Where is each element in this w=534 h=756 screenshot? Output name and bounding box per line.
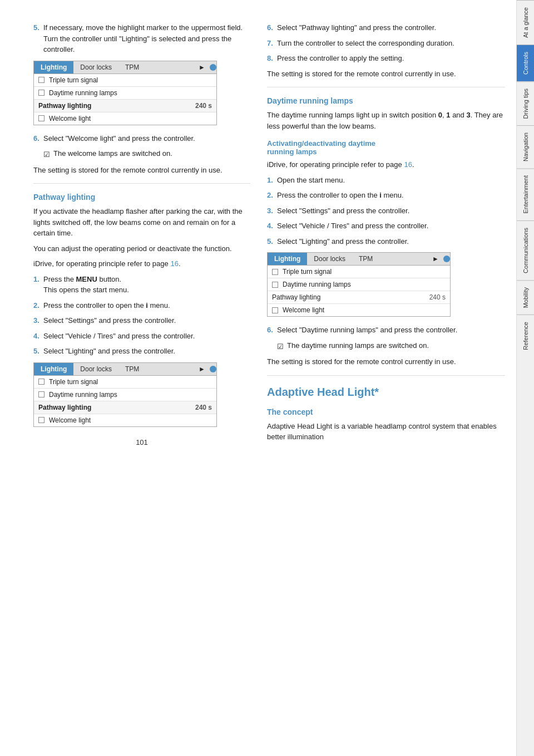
step-num-8: 8.	[267, 53, 277, 64]
pathway-num-1: 1.	[33, 274, 43, 296]
step-text-8: Press the controller to apply the settin…	[277, 53, 505, 64]
pathway-num-4: 4.	[33, 331, 43, 342]
widget2-tab-tpm: TPM	[118, 363, 146, 375]
widget3-row-pathway: Pathway lighting 240 s	[268, 291, 450, 304]
widget2-checkbox-triple	[38, 379, 44, 385]
widget1-header: Lighting Door locks TPM ►	[34, 61, 216, 74]
daytime-text-2: Press the controller to open the i menu.	[277, 190, 505, 201]
daytime-step-2: 2. Press the controller to open the i me…	[267, 190, 505, 201]
concept-heading: The concept	[267, 408, 505, 416]
widget3-header: Lighting Door locks TPM ►	[268, 253, 450, 266]
widget3-tab-lighting: Lighting	[268, 253, 307, 265]
pathway-idrive-link[interactable]: 16	[170, 259, 178, 268]
right-column: 6. Select "Pathway lighting" and press t…	[267, 22, 505, 734]
widget3-label-welcome: Welcome light	[283, 306, 324, 314]
widget1-checkbox-welcome	[38, 115, 44, 121]
sidebar-tab-navigation[interactable]: Navigation	[517, 125, 534, 168]
daytime-text-3: Select "Settings" and press the controll…	[277, 205, 505, 217]
widget3-tab-tpm: TPM	[352, 253, 379, 265]
widget2-label-daytime: Daytime running lamps	[49, 391, 117, 399]
widget3-row-triple: Triple turn signal	[268, 266, 450, 278]
daytime-step-5: 5. Select "Lighting" and press the contr…	[267, 236, 505, 247]
pathway-num-3: 3.	[33, 315, 43, 326]
pathway-text-5: Select "Lighting" and press the controll…	[43, 346, 250, 357]
widget2-row-triple: Triple turn signal	[34, 376, 216, 389]
widget1-tab-doorlocks: Door locks	[73, 61, 118, 73]
widget1-circle	[210, 64, 216, 71]
step-8: 8. Press the controller to apply the set…	[267, 53, 505, 64]
checkmark-icon-left: ☑	[43, 149, 50, 160]
daytime-text-4: Select "Vehicle / Tires" and press the c…	[277, 220, 505, 232]
daytime-num-3: 3.	[267, 205, 277, 217]
pathway-text-1: Press the MENU button.This opens the sta…	[43, 274, 250, 296]
widget1-checkbox-daytime	[38, 90, 44, 96]
widget1-value-pathway: 240 s	[195, 102, 212, 110]
result-text-left: The welcome lamps are switched on.	[53, 148, 172, 159]
widget1-tab-tpm: TPM	[118, 61, 146, 73]
step-num-6l: 6.	[33, 133, 43, 144]
widget2-icons: ►	[199, 365, 216, 373]
widget1-icons: ►	[199, 63, 216, 71]
ui-widget-3: Lighting Door locks TPM ► Triple turn si…	[267, 252, 451, 317]
widget1-label-pathway: Pathway lighting	[38, 102, 91, 110]
widget1-label-daytime: Daytime running lamps	[49, 89, 117, 97]
widget2-checkbox-welcome	[38, 417, 44, 423]
widget2-value-pathway: 240 s	[195, 404, 212, 411]
step-text-7: Turn the controller to select the corres…	[277, 38, 505, 49]
adaptive-para: Adaptive Head Light is a variable headla…	[267, 421, 505, 443]
sidebar-tab-mobility[interactable]: Mobility	[517, 280, 534, 315]
step-text-5: If necessary, move the highlight marker …	[43, 22, 250, 55]
widget3-label-triple: Triple turn signal	[283, 268, 332, 276]
widget2-label-pathway: Pathway lighting	[38, 404, 91, 411]
daytime-num-2: 2.	[267, 190, 277, 201]
daytime-step-4: 4. Select "Vehicle / Tires" and press th…	[267, 220, 505, 232]
widget1-row-pathway: Pathway lighting 240 s	[34, 100, 216, 112]
pathway-step-2: 2. Press the controller to open the i me…	[33, 300, 250, 311]
daytime-idrive-link[interactable]: 16	[404, 160, 412, 169]
step-num-6r: 6.	[267, 22, 277, 33]
widget2-checkbox-daytime	[38, 391, 44, 397]
widget1-label-welcome: Welcome light	[49, 115, 91, 122]
step-6-right: 6. Select "Pathway lighting" and press t…	[267, 22, 505, 33]
step-num-7: 7.	[267, 38, 277, 49]
daytime-num-5: 5.	[267, 236, 277, 247]
left-column: 5. If necessary, move the highlight mark…	[33, 22, 250, 734]
sidebar-tab-driving-tips[interactable]: Driving tips	[517, 81, 534, 125]
sidebar-tab-controls[interactable]: Controls	[517, 45, 534, 81]
widget3-row-welcome: Welcome light	[268, 304, 450, 316]
sidebar-tab-communications[interactable]: Communications	[517, 220, 534, 280]
step-num-5: 5.	[33, 22, 43, 55]
daytime-num-1: 1.	[267, 175, 277, 186]
widget2-label-welcome: Welcome light	[49, 416, 91, 424]
page-number: 101	[33, 438, 250, 458]
divider-3	[267, 375, 505, 376]
widget2-tab-lighting: Lighting	[34, 363, 73, 375]
widget1-row-daytime: Daytime running lamps	[34, 87, 216, 100]
step-5-left: 5. If necessary, move the highlight mark…	[33, 22, 250, 55]
widget3-circle	[443, 256, 450, 262]
note-right: The setting is stored for the remote con…	[267, 68, 505, 80]
daytime-num-4: 4.	[267, 220, 277, 232]
step-6-left: 6. Select "Welcome light" and press the …	[33, 133, 250, 144]
pathway-text-2: Press the controller to open the i menu.	[43, 300, 250, 311]
widget3-checkbox-welcome	[272, 307, 278, 313]
result-text-daytime: The daytime running lamps are switched o…	[287, 340, 429, 351]
widget3-icons: ►	[432, 255, 450, 263]
daytime-heading: Daytime running lamps	[267, 96, 505, 105]
sidebar-tab-at-a-glance[interactable]: At a glance	[517, 0, 534, 45]
step-text-6r: Select "Pathway lighting" and press the …	[277, 22, 505, 33]
widget1-label-triple: Triple turn signal	[49, 76, 98, 84]
note-left: The setting is stored for the remote con…	[33, 165, 250, 176]
pathway-text-3: Select "Settings" and press the controll…	[43, 315, 250, 326]
daytime-sub-heading: Activating/deactivating daytimerunning l…	[267, 139, 505, 156]
daytime-step-3: 3. Select "Settings" and press the contr…	[267, 205, 505, 217]
daytime-idrive-ref: iDrive, for operating principle refer to…	[267, 159, 505, 170]
sidebar-tab-reference[interactable]: Reference	[517, 315, 534, 357]
widget1-checkbox-triple	[38, 77, 44, 83]
widget2-row-pathway: Pathway lighting 240 s	[34, 401, 216, 414]
adaptive-heading: Adaptive Head Light*	[267, 386, 505, 399]
note-daytime: The setting is stored for the remote con…	[267, 356, 505, 367]
widget2-header: Lighting Door locks TPM ►	[34, 363, 216, 376]
pathway-para2: You can adjust the operating period or d…	[33, 243, 250, 254]
sidebar-tab-entertainment[interactable]: Entertainment	[517, 168, 534, 220]
